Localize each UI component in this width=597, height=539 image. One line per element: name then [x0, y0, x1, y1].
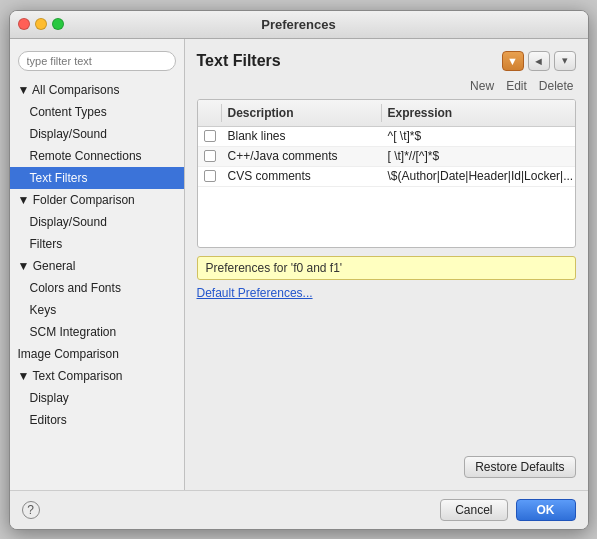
- sidebar-item-image-comparison[interactable]: Image Comparison: [10, 343, 184, 365]
- sidebar-item-editors[interactable]: Editors: [10, 409, 184, 431]
- table-row: CVS comments \$(Author|Date|Header|Id|Lo…: [198, 167, 575, 187]
- filter-input[interactable]: [18, 51, 176, 71]
- restore-defaults-button[interactable]: Restore Defaults: [464, 456, 575, 478]
- row2-description: C++/Java comments: [222, 147, 382, 165]
- sidebar-item-scm-integration[interactable]: SCM Integration: [10, 321, 184, 343]
- row2-expression: [ \t]*//[^]*$: [382, 147, 575, 165]
- header-buttons: ▼ ◄ ▾: [502, 51, 576, 71]
- delete-button[interactable]: Delete: [539, 79, 574, 93]
- sidebar-item-all-comparisons[interactable]: ▼ All Comparisons: [10, 79, 184, 101]
- sidebar-item-keys[interactable]: Keys: [10, 299, 184, 321]
- filter-wrap: [10, 47, 184, 79]
- sidebar-item-filters[interactable]: Filters: [10, 233, 184, 255]
- help-button[interactable]: ?: [22, 501, 40, 519]
- sidebar: ▼ All Comparisons Content Types Display/…: [10, 39, 185, 490]
- main-header: Text Filters ▼ ◄ ▾: [197, 51, 576, 71]
- new-button[interactable]: New: [470, 79, 494, 93]
- table-header: Description Expression Target: [198, 100, 575, 127]
- window-title: Preferences: [261, 17, 335, 32]
- row3-expression: \$(Author|Date|Header|Id|Locker|...: [382, 167, 575, 185]
- ok-button[interactable]: OK: [516, 499, 576, 521]
- footer-buttons: Cancel OK: [440, 499, 575, 521]
- sidebar-item-folder-comparison[interactable]: ▼ Folder Comparison: [10, 189, 184, 211]
- action-buttons: New Edit Delete: [197, 79, 576, 93]
- row1-checkbox-cell: [198, 130, 222, 142]
- main-title: Text Filters: [197, 52, 281, 70]
- sidebar-item-display-sound-2[interactable]: Display/Sound: [10, 211, 184, 233]
- footer: ? Cancel OK: [10, 490, 588, 529]
- row3-checkbox[interactable]: [204, 170, 216, 182]
- row1-checkbox[interactable]: [204, 130, 216, 142]
- col-expression: Expression: [382, 104, 576, 122]
- row2-checkbox-cell: [198, 150, 222, 162]
- sidebar-item-remote-connections[interactable]: Remote Connections: [10, 145, 184, 167]
- table-row: C++/Java comments [ \t]*//[^]*$ Chars: [198, 147, 575, 167]
- sidebar-item-general[interactable]: ▼ General: [10, 255, 184, 277]
- main-panel: Text Filters ▼ ◄ ▾ New Edit Delete Descr…: [185, 39, 588, 490]
- row1-expression: ^[ \t]*$: [382, 127, 575, 145]
- sidebar-item-display-sound-1[interactable]: Display/Sound: [10, 123, 184, 145]
- sidebar-item-display[interactable]: Display: [10, 387, 184, 409]
- maximize-button[interactable]: [52, 18, 64, 30]
- table-row: Blank lines ^[ \t]*$ Lines: [198, 127, 575, 147]
- sidebar-item-content-types[interactable]: Content Types: [10, 101, 184, 123]
- content-area: ▼ All Comparisons Content Types Display/…: [10, 39, 588, 490]
- row3-description: CVS comments: [222, 167, 382, 185]
- col-checkbox: [198, 104, 222, 122]
- info-bar: Preferences for 'f0 and f1': [197, 256, 576, 280]
- minimize-button[interactable]: [35, 18, 47, 30]
- filters-table: Description Expression Target Blank line…: [197, 99, 576, 249]
- down-arrow-icon[interactable]: ▾: [554, 51, 576, 71]
- preferences-window: Preferences ▼ All Comparisons Content Ty…: [9, 10, 589, 530]
- row3-checkbox-cell: [198, 170, 222, 182]
- traffic-lights: [18, 18, 64, 30]
- row1-description: Blank lines: [222, 127, 382, 145]
- sidebar-item-text-filters[interactable]: Text Filters: [10, 167, 184, 189]
- row2-checkbox[interactable]: [204, 150, 216, 162]
- arrow-down-icon[interactable]: ▼: [502, 51, 524, 71]
- left-arrow-icon[interactable]: ◄: [528, 51, 550, 71]
- close-button[interactable]: [18, 18, 30, 30]
- titlebar: Preferences: [10, 11, 588, 39]
- default-preferences-link[interactable]: Default Preferences...: [197, 286, 576, 300]
- sidebar-item-colors-and-fonts[interactable]: Colors and Fonts: [10, 277, 184, 299]
- col-description: Description: [222, 104, 382, 122]
- sidebar-item-text-comparison[interactable]: ▼ Text Comparison: [10, 365, 184, 387]
- table-body: Blank lines ^[ \t]*$ Lines C++/Java comm…: [198, 127, 575, 248]
- cancel-button[interactable]: Cancel: [440, 499, 507, 521]
- edit-button[interactable]: Edit: [506, 79, 527, 93]
